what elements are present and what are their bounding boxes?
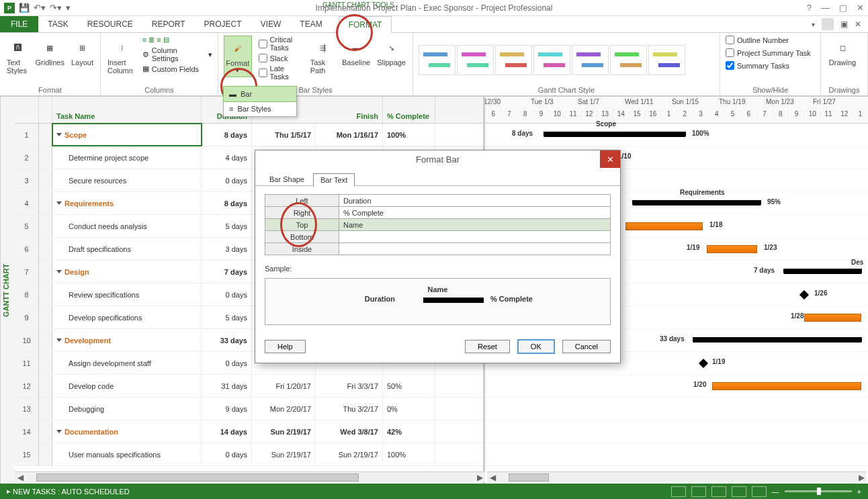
zoom-slider[interactable] [785,490,852,492]
summary-bar[interactable] [544,132,685,137]
ok-button[interactable]: OK [518,340,554,353]
column-settings-button[interactable]: ⚙ Column Settings ▾ [142,46,212,62]
format-button[interactable]: 🖌Format▾ [224,36,252,77]
align-buttons[interactable]: ≡ ≣ ≡ ⊟ [142,36,212,44]
outline-number-checkbox[interactable]: Outline Number [726,36,811,44]
bar-text-table: LeftDuration Right% Complete TopName Bot… [265,194,611,255]
task-bar[interactable] [712,382,861,390]
window-title: Implementation Project Plan - Exec Spons… [316,3,553,13]
help-icon[interactable]: ? [807,3,812,13]
drawing-button[interactable]: ◻Drawing [826,36,859,69]
row-left[interactable]: Left [265,195,339,207]
bar-label: 95% [767,198,781,206]
summary-bar[interactable] [784,269,861,274]
format-tab[interactable]: FORMAT [339,16,392,33]
late-tasks-checkbox[interactable]: Late Tasks [259,64,305,81]
schedule-mode-icon: ▸ [7,487,11,496]
summary-tasks-checkbox[interactable]: Summary Tasks [726,61,811,70]
row-bottom[interactable]: Bottom [265,231,339,243]
milestone[interactable] [799,290,809,300]
group-drawings: ◻Drawing Drawings [821,33,868,95]
slack-checkbox[interactable]: Slack [259,54,305,62]
row-right[interactable]: Right [265,207,339,219]
project-summary-checkbox[interactable]: Project Summary Task [726,48,811,57]
group-columns: ⫶Insert Column ≡ ≣ ≡ ⊟ ⚙ Column Settings… [101,33,218,95]
col-taskname[interactable]: Task Name [52,97,202,123]
bar-label: 1/19 [712,358,725,365]
table-row[interactable]: 13Debugging9 daysMon 2/20/17Thu 3/2/170% [15,398,483,420]
table-row[interactable]: 15User manuals specifications0 daysSun 2… [15,443,483,466]
text-styles-button[interactable]: 🅰Text Styles [5,36,30,77]
col-rownum[interactable] [15,97,39,123]
reset-button[interactable]: Reset [465,340,510,353]
task-path-button[interactable]: ⇶Task Path [309,36,337,77]
task-tab[interactable]: TASK [38,16,77,32]
undo-icon[interactable]: ↶▾ [34,3,46,13]
milestone[interactable] [699,359,708,368]
bar-label: Des [851,259,863,266]
task-bar[interactable] [707,245,757,253]
view-button[interactable] [671,486,686,497]
baseline-button[interactable]: ▬Baseline [341,36,372,69]
table-row[interactable]: 1Scope8 daysThu 1/5/17Mon 1/16/17100% [15,124,483,146]
summary-bar[interactable] [633,200,761,206]
summary-bar[interactable] [693,337,861,343]
view-button[interactable] [732,486,746,497]
cancel-button[interactable]: Cancel [562,340,611,353]
redo-icon[interactable]: ↷▾ [50,3,62,13]
row-top[interactable]: Top [265,219,339,231]
col-pct[interactable]: % Complete [383,97,435,123]
layout-button[interactable]: ⊞Layout [70,36,95,69]
dialog-title: Format Bar✕ [255,150,620,169]
gantt-style-gallery[interactable] [419,45,685,75]
bar-shape-tab[interactable]: Bar Shape [262,173,312,186]
task-bar[interactable] [625,222,703,230]
critical-tasks-checkbox[interactable]: Critical Tasks [259,36,305,52]
row-inside[interactable]: Inside [265,243,339,255]
bar-label: Requirements [680,189,725,196]
format-bar-item[interactable]: ▬Bar [223,86,297,102]
team-tab[interactable]: TEAM [290,16,331,32]
table-row[interactable]: 14Documentation14 daysSun 2/19/17Wed 3/8… [15,420,483,443]
report-tab[interactable]: REPORT [142,16,195,32]
dialog-close-button[interactable]: ✕ [600,150,620,168]
col-indicator[interactable] [39,97,52,123]
gantt-timescale: 12/30Tue 1/3Sat 1/7Wed 1/11Sun 1/15Thu 1… [485,97,868,124]
slippage-button[interactable]: ↘Slippage [376,36,407,69]
bar-label: 1/19 [687,244,699,251]
view-tab[interactable]: VIEW [251,16,291,32]
col-finish[interactable]: Finish [316,97,383,123]
group-gantt-style: Gantt Chart Style [413,33,720,95]
bar-label: 100% [692,130,709,137]
close-icon[interactable]: ✕ [857,3,864,13]
insert-column-button[interactable]: ⫶Insert Column [106,36,138,77]
minimize-icon[interactable]: — [821,3,830,13]
save-icon[interactable]: 💾 [19,3,30,13]
format-bar-styles-item[interactable]: ≡Bar Styles [224,101,296,116]
group-format: 🅰Text Styles ▦Gridlines ⊞Layout Format [0,33,101,95]
bar-label: 1/20 [693,381,706,388]
table-row[interactable]: 12Develop code31 daysFri 1/20/17Fri 3/3/… [15,375,483,398]
view-button[interactable] [691,486,706,497]
view-button[interactable] [752,486,767,497]
zoom-out-icon[interactable]: — [772,488,779,496]
custom-fields-button[interactable]: ▦ Custom Fields [142,64,212,73]
bar-text-tab[interactable]: Bar Text [313,173,355,187]
gridlines-button[interactable]: ▦Gridlines [34,36,66,69]
ribbon-options-icon[interactable]: ▾ [812,21,815,28]
gantt-scrollbar[interactable]: ◀▶ [487,471,867,482]
resource-tab[interactable]: RESOURCE [78,16,142,32]
maximize-icon[interactable]: ▢ [839,3,847,13]
restore-window-icon[interactable]: ▣ [840,19,848,29]
task-bar[interactable] [804,314,861,322]
qat-customize-icon[interactable]: ▾ [66,3,71,13]
help-button[interactable]: Help [265,340,306,353]
project-tab[interactable]: PROJECT [195,16,251,32]
mdi-close-icon[interactable]: ✕ [855,19,861,29]
sample-bar-icon [423,298,484,303]
grid-scrollbar[interactable]: ◀▶ [15,471,485,482]
file-tab[interactable]: FILE [0,16,38,32]
zoom-in-icon[interactable]: + [857,488,861,496]
view-button[interactable] [711,486,726,497]
user-avatar[interactable] [822,18,834,30]
